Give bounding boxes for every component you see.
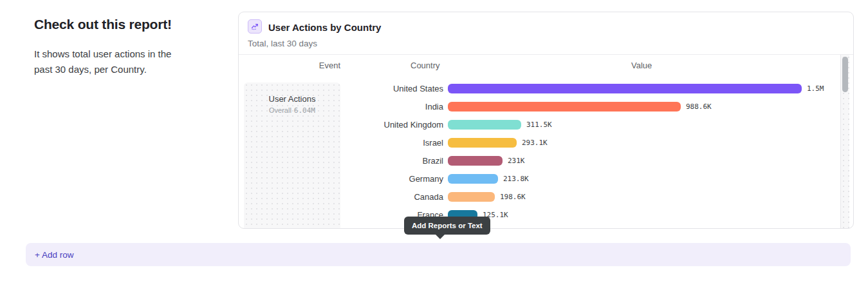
column-header-value: Value <box>631 61 652 70</box>
page-title: Check out this report! <box>34 17 195 32</box>
country-label: Canada <box>239 192 443 202</box>
value-bar[interactable] <box>448 84 802 93</box>
report-title: User Actions by Country <box>268 22 381 33</box>
value-label: 198.6K <box>500 193 526 201</box>
value-label: 1.5M <box>807 84 824 93</box>
value-bar[interactable] <box>448 192 495 202</box>
chart-row: Germany 213.8K <box>239 170 839 188</box>
tooltip-arrow-icon <box>435 234 445 239</box>
chart-row: France 125.1K <box>239 206 839 224</box>
add-row-label: + Add row <box>35 250 73 260</box>
country-label: Germany <box>239 174 443 184</box>
value-label: 293.1K <box>522 139 548 147</box>
tooltip-label: Add Reports or Text <box>412 222 483 229</box>
add-row-button[interactable]: + Add row <box>26 243 851 266</box>
chart-row: Canada 198.6K <box>239 188 839 206</box>
country-label: India <box>239 102 443 111</box>
intro-section: Check out this report! It shows total us… <box>34 17 195 77</box>
chart-row: United Kingdom 311.5K <box>239 115 839 133</box>
value-bar[interactable] <box>448 174 498 184</box>
value-bar[interactable] <box>448 120 521 130</box>
value-label: 231K <box>508 157 525 165</box>
report-chart-area: Event Country Value User Actions Overall… <box>239 54 853 228</box>
column-header-event: Event <box>244 61 340 70</box>
value-bar[interactable] <box>448 156 503 166</box>
value-label: 213.8K <box>503 175 529 183</box>
value-bar[interactable] <box>448 102 681 111</box>
page-description: It shows total user actions in the past … <box>34 46 189 77</box>
report-card[interactable]: User Actions by Country Total, last 30 d… <box>238 12 854 229</box>
chart-row: India 988.6K <box>239 97 839 115</box>
line-chart-icon <box>248 19 262 34</box>
country-label: Israel <box>239 138 443 148</box>
column-header-country: Country <box>411 61 440 70</box>
chart-row: Brazil 231K <box>239 151 839 170</box>
report-card-header: User Actions by Country Total, last 30 d… <box>239 12 853 54</box>
chart-row: Israel 293.1K <box>239 133 839 151</box>
chart-row: United States 1.5M <box>239 79 839 97</box>
country-label: United Kingdom <box>239 120 443 130</box>
country-label: United States <box>239 84 443 93</box>
country-label: Brazil <box>239 156 443 166</box>
report-subtitle: Total, last 30 days <box>248 39 317 48</box>
chart-rows: United States 1.5M India 988.6K United K… <box>239 79 839 224</box>
vertical-scrollbar-thumb[interactable] <box>842 57 848 92</box>
value-label: 988.6K <box>686 102 712 111</box>
value-label: 311.5K <box>526 121 552 129</box>
add-reports-tooltip: Add Reports or Text <box>404 217 490 235</box>
vertical-scrollbar-track[interactable] <box>840 55 849 228</box>
value-bar[interactable] <box>448 138 517 148</box>
